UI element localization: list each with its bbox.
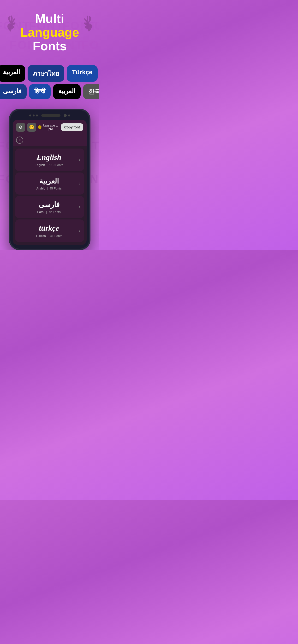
language-item-turkish-title: türkçe bbox=[19, 224, 79, 233]
chip-hindi[interactable]: हिन्दी bbox=[29, 84, 51, 99]
phone-dot-2 bbox=[33, 114, 35, 116]
gem-icon bbox=[38, 125, 42, 130]
language-list: English English | 110 Fonts › العربية bbox=[13, 146, 87, 245]
phone-frame: ⚙ 😊 Upgrade to pro Copy font × bbox=[9, 109, 90, 250]
language-item-turkish-content: türkçe Turkish | 41 Fonts bbox=[19, 224, 79, 238]
settings-button[interactable]: ⚙ bbox=[16, 123, 25, 132]
phone-dot-1 bbox=[29, 114, 31, 116]
app-header: ⚙ 😊 Upgrade to pro Copy font bbox=[13, 120, 87, 135]
emoji-button[interactable]: 😊 bbox=[27, 123, 36, 132]
phone-notch bbox=[41, 114, 60, 117]
chip-turkce[interactable]: Türkçe bbox=[67, 65, 98, 82]
laurel-right-icon bbox=[82, 14, 96, 34]
language-item-arabic-title: العربية bbox=[19, 177, 79, 185]
chevron-right-icon: › bbox=[79, 157, 80, 162]
phone-dot-3 bbox=[36, 114, 38, 116]
chip-farsi-row2[interactable]: فارسی bbox=[0, 84, 27, 99]
hero-section: Multi Language Fonts bbox=[0, 0, 99, 60]
chip-arabic-row1[interactable]: العربية bbox=[0, 65, 25, 82]
chip-thai[interactable]: ภาษาไทย bbox=[28, 65, 64, 82]
phone-dot-5 bbox=[68, 114, 70, 116]
language-item-arabic-subtitle: Arabic | 45 Fonts bbox=[19, 187, 79, 190]
app-content: ⚙ 😊 Upgrade to pro Copy font × bbox=[13, 120, 87, 245]
chevron-right-icon: › bbox=[79, 204, 80, 210]
upgrade-button[interactable]: Upgrade to pro bbox=[38, 124, 59, 131]
close-button[interactable]: × bbox=[16, 136, 23, 144]
laurel-container: Multi Language Fonts bbox=[20, 12, 79, 53]
laurel-left-icon bbox=[3, 14, 18, 34]
language-item-farsi-content: فارسی Farsi | 72 Fonts bbox=[19, 200, 79, 214]
phone-dot-4 bbox=[64, 114, 67, 117]
language-item-turkish-subtitle: Turkish | 41 Fonts bbox=[19, 234, 79, 238]
chevron-right-icon: › bbox=[79, 181, 80, 186]
language-item-arabic-content: العربية Arabic | 45 Fonts bbox=[19, 177, 79, 190]
settings-icon: ⚙ bbox=[19, 124, 23, 130]
copy-font-button[interactable]: Copy font bbox=[61, 124, 83, 131]
close-icon: × bbox=[19, 138, 21, 142]
chevron-right-icon: › bbox=[79, 228, 80, 233]
language-chips-row2: فارسی हिन्दी العربية 한국어 РУС bbox=[0, 84, 99, 99]
phone-top-bar bbox=[13, 114, 87, 117]
phone-mockup-section: ⚙ 😊 Upgrade to pro Copy font × bbox=[0, 109, 99, 250]
language-item-farsi[interactable]: فارسی Farsi | 72 Fonts › bbox=[15, 196, 84, 218]
chip-korean[interactable]: 한국어 bbox=[83, 84, 99, 99]
language-item-english-subtitle: English | 110 Fonts bbox=[19, 163, 79, 167]
chip-arabic-row2[interactable]: العربية bbox=[53, 84, 81, 99]
language-item-turkish[interactable]: türkçe Turkish | 41 Fonts › bbox=[15, 220, 84, 242]
language-chips-section: العربية ภาษาไทย Türkçe فارسی 中文 فارسی हि… bbox=[0, 65, 99, 102]
language-item-english-content: English English | 110 Fonts bbox=[19, 153, 79, 167]
language-chips-row1: العربية ภาษาไทย Türkçe فارسی 中文 bbox=[0, 65, 99, 82]
language-item-arabic[interactable]: العربية Arabic | 45 Fonts › bbox=[15, 172, 84, 194]
language-item-english-title: English bbox=[19, 153, 79, 162]
language-item-farsi-title: فارسی bbox=[19, 200, 79, 209]
hero-title: Multi Language Fonts bbox=[20, 12, 79, 53]
emoji-icon: 😊 bbox=[29, 124, 34, 130]
language-item-farsi-subtitle: Farsi | 72 Fonts bbox=[19, 210, 79, 214]
language-item-english[interactable]: English English | 110 Fonts › bbox=[15, 148, 84, 171]
close-row: × bbox=[13, 135, 87, 146]
